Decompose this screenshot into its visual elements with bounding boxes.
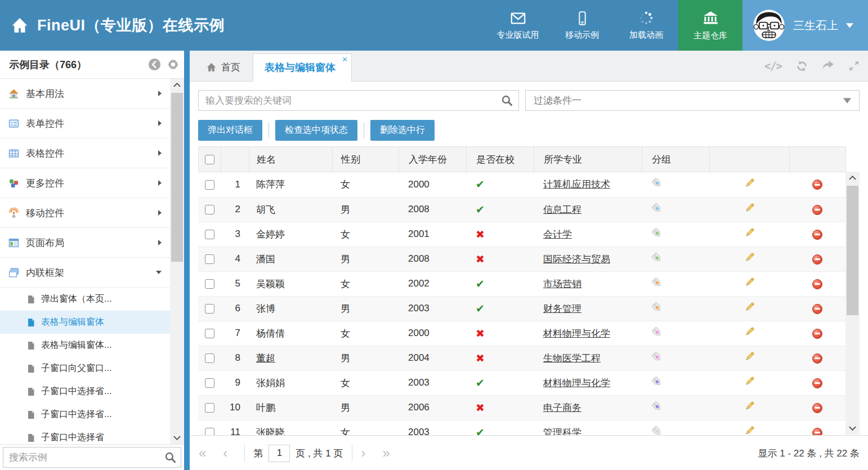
collapse-sidebar-icon[interactable] [148, 58, 161, 71]
delete-icon[interactable] [812, 304, 822, 314]
edit-pencil-icon[interactable] [744, 301, 755, 313]
check-selection-button[interactable]: 检查选中项状态 [275, 120, 357, 141]
sidebar-title: 示例目录（766） [9, 58, 87, 71]
edit-pencil-icon[interactable] [744, 351, 755, 362]
cell-group [642, 296, 709, 321]
delete-icon[interactable] [812, 205, 822, 215]
delete-icon[interactable] [812, 180, 822, 190]
delete-icon[interactable] [812, 403, 822, 413]
sidebar-submenu-item-2[interactable]: 表格与编辑窗体... [0, 334, 170, 357]
sidebar-submenu-item-0[interactable]: 弹出窗体（本页... [0, 288, 170, 311]
edit-pencil-icon[interactable] [744, 227, 755, 239]
row-checkbox[interactable] [205, 403, 214, 413]
edit-pencil-icon[interactable] [744, 375, 755, 387]
edit-pencil-icon[interactable] [744, 252, 755, 263]
prev-page-button[interactable]: ‹ [223, 446, 227, 460]
delete-icon[interactable] [812, 254, 822, 265]
row-checkbox[interactable] [205, 304, 214, 314]
tab-active[interactable]: 表格与编辑窗体✕ [253, 53, 352, 82]
edit-pencil-icon[interactable] [744, 425, 755, 435]
sidebar-submenu-item-6[interactable]: 子窗口中选择省 [0, 426, 170, 444]
column-header: 所学专业 [534, 147, 642, 172]
sidebar-search-input[interactable] [3, 447, 181, 467]
nav-item-loading-animation[interactable]: 加载动画 [614, 0, 678, 51]
row-checkbox[interactable] [205, 353, 214, 363]
gear-icon[interactable] [167, 58, 180, 71]
refresh-icon[interactable] [796, 60, 808, 72]
first-page-button[interactable]: « [199, 446, 206, 460]
row-checkbox[interactable] [205, 230, 214, 239]
next-page-button[interactable]: › [361, 446, 365, 460]
cell-year: 2008 [399, 247, 466, 271]
sidebar-menu-item-1[interactable]: 表单控件 [0, 109, 170, 138]
cell-gender: 女 [332, 420, 399, 435]
row-checkbox[interactable] [205, 329, 214, 338]
sidebar-submenu-item-5[interactable]: 子窗口中选择省... [0, 403, 170, 426]
nav-item-trial[interactable]: 专业版试用 [486, 0, 550, 51]
delete-icon[interactable] [812, 353, 822, 364]
sidebar-scrollbar-thumb[interactable] [171, 93, 183, 262]
sidebar-submenu-item-3[interactable]: 子窗口向父窗口... [0, 357, 170, 380]
cross-icon: ✖ [476, 402, 485, 414]
last-page-button[interactable]: » [382, 446, 390, 460]
cell-checkbox [198, 321, 221, 346]
delete-icon[interactable] [812, 329, 822, 339]
nav-item-theme-store[interactable]: 主题仓库 [678, 0, 742, 51]
sidebar-menu-item-3[interactable]: 更多控件 [0, 168, 170, 198]
delete-icon[interactable] [812, 279, 822, 289]
keyword-search-input[interactable] [199, 91, 518, 110]
sidebar-menu-item-4[interactable]: 移动控件 [0, 198, 170, 228]
filter-dropdown[interactable]: 过滤条件一 [525, 90, 860, 111]
row-checkbox[interactable] [205, 428, 214, 435]
select-all-checkbox[interactable] [205, 155, 214, 164]
grid-scrollbar-thumb[interactable] [847, 186, 858, 315]
open-dialog-button[interactable]: 弹出对话框 [198, 120, 262, 141]
tab-item-0[interactable]: 首页 [194, 53, 253, 81]
delete-icon[interactable] [812, 428, 822, 435]
row-checkbox[interactable] [205, 279, 214, 289]
scroll-up-icon[interactable] [170, 79, 184, 91]
edit-pencil-icon[interactable] [744, 400, 755, 412]
sidebar-submenu-item-4[interactable]: 子窗口中选择省... [0, 380, 170, 403]
major-link[interactable]: 生物医学工程 [543, 353, 601, 364]
major-link[interactable]: 管理科学 [543, 427, 581, 436]
edit-pencil-icon[interactable] [744, 177, 755, 189]
scroll-up-icon[interactable] [845, 172, 860, 184]
edit-pencil-icon[interactable] [744, 202, 755, 214]
major-link[interactable]: 材料物理与化学 [543, 378, 610, 388]
row-checkbox[interactable] [205, 180, 214, 190]
search-icon[interactable] [164, 451, 176, 463]
row-checkbox[interactable] [205, 378, 214, 388]
nav-item-mobile-demo[interactable]: 移动示例 [550, 0, 614, 51]
scroll-down-icon[interactable] [170, 432, 184, 444]
delete-rows-button[interactable]: 删除选中行 [370, 120, 435, 141]
sidebar-menu-item-0[interactable]: 基本用法 [0, 79, 170, 109]
sidebar-menu-item-5[interactable]: 页面布局 [0, 228, 170, 258]
row-index: 2 [221, 197, 249, 222]
scroll-down-icon[interactable] [845, 422, 860, 435]
sidebar-submenu-item-1[interactable]: 表格与编辑窗体 [0, 311, 170, 334]
cell-year: 2001 [399, 222, 466, 247]
sidebar-menu-item-2[interactable]: 表格控件 [0, 138, 170, 168]
major-link[interactable]: 计算机应用技术 [543, 179, 610, 190]
edit-pencil-icon[interactable] [744, 276, 755, 288]
expand-icon[interactable] [848, 60, 860, 71]
user-menu[interactable]: 三生石上 [742, 0, 868, 51]
sidebar-menu-item-6[interactable]: 内联框架 [0, 258, 170, 288]
share-icon[interactable] [822, 60, 834, 72]
row-checkbox[interactable] [205, 205, 214, 214]
edit-pencil-icon[interactable] [744, 326, 755, 338]
row-checkbox[interactable] [205, 254, 214, 264]
major-link[interactable]: 信息工程 [543, 204, 581, 215]
major-link[interactable]: 会计学 [543, 229, 572, 240]
major-link[interactable]: 财务管理 [543, 303, 581, 314]
delete-icon[interactable] [812, 230, 822, 240]
major-link[interactable]: 国际经济与贸易 [543, 254, 610, 265]
major-link[interactable]: 电子商务 [543, 402, 581, 413]
major-link[interactable]: 材料物理与化学 [543, 328, 610, 339]
major-link[interactable]: 市场营销 [543, 279, 581, 289]
search-icon[interactable] [501, 95, 513, 106]
page-input[interactable] [269, 445, 290, 462]
tab-close-icon[interactable]: ✕ [342, 55, 348, 64]
delete-icon[interactable] [812, 378, 822, 388]
